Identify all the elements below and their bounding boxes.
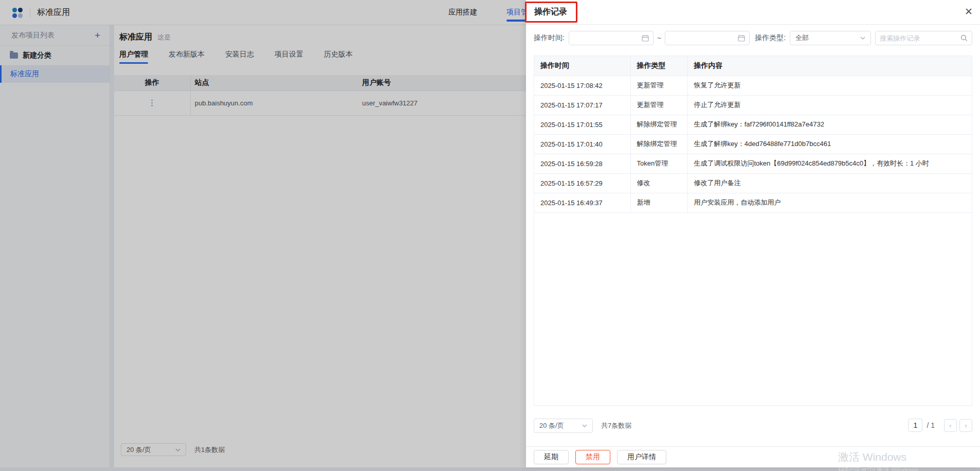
log-time: 2025-01-15 17:01:55 bbox=[534, 115, 630, 134]
type-select[interactable]: 全部 bbox=[790, 31, 871, 45]
next-page-button[interactable]: › bbox=[959, 419, 972, 432]
log-type: 更新管理 bbox=[630, 95, 687, 115]
log-type: 修改 bbox=[630, 173, 687, 193]
log-row: 2025-01-15 17:07:17 更新管理 停止了允许更新 bbox=[534, 95, 972, 115]
log-type: 解除绑定管理 bbox=[630, 134, 687, 154]
postpone-button[interactable]: 延期 bbox=[534, 450, 569, 464]
filter-bar: 操作时间: ~ 操作类型: 全部 bbox=[534, 31, 972, 45]
col-op-content: 操作内容 bbox=[687, 56, 972, 76]
start-date-input[interactable] bbox=[569, 31, 654, 45]
log-type: 更新管理 bbox=[630, 76, 687, 95]
log-content: 生成了调试权限访问token【69d99f024c854ed879b5c4c0】… bbox=[687, 154, 972, 173]
log-table: 操作时间 操作类型 操作内容 2025-01-15 17:08:42 更新管理 … bbox=[534, 56, 972, 213]
calendar-icon bbox=[642, 34, 649, 42]
end-date-input[interactable] bbox=[665, 31, 750, 45]
log-row: 2025-01-15 16:57:29 修改 修改了用户备注 bbox=[534, 173, 972, 193]
log-time: 2025-01-15 17:01:40 bbox=[534, 134, 630, 154]
log-row: 2025-01-15 16:59:28 Token管理 生成了调试权限访问tok… bbox=[534, 154, 972, 173]
type-select-value: 全部 bbox=[795, 33, 809, 43]
drawer-pagination: 20 条/页 共7条数据 1 / 1 ‹ › bbox=[534, 418, 972, 433]
log-header-row: 操作时间 操作类型 操作内容 bbox=[534, 56, 972, 76]
log-content: 修改了用户备注 bbox=[687, 173, 972, 193]
page-size-value: 20 条/页 bbox=[539, 421, 564, 430]
log-time: 2025-01-15 17:07:17 bbox=[534, 95, 630, 115]
log-content: 停止了允许更新 bbox=[687, 95, 972, 115]
log-row: 2025-01-15 17:08:42 更新管理 恢复了允许更新 bbox=[534, 76, 972, 95]
calendar-icon bbox=[738, 34, 745, 42]
user-detail-button[interactable]: 用户详情 bbox=[617, 450, 666, 464]
log-time: 2025-01-15 17:08:42 bbox=[534, 76, 630, 95]
total-count: 共7条数据 bbox=[601, 421, 631, 430]
log-time: 2025-01-15 16:59:28 bbox=[534, 154, 630, 173]
log-row: 2025-01-15 16:49:37 新增 用户安装应用，自动添加用户 bbox=[534, 193, 972, 212]
type-filter-label: 操作类型: bbox=[755, 33, 786, 43]
drawer-body: 操作时间: ~ 操作类型: 全部 bbox=[526, 31, 980, 452]
log-type: 新增 bbox=[630, 193, 687, 212]
log-time: 2025-01-15 16:49:37 bbox=[534, 193, 630, 212]
log-row: 2025-01-15 17:01:40 解除绑定管理 生成了解绑key：4ded… bbox=[534, 134, 972, 154]
pager: 1 / 1 ‹ › bbox=[908, 419, 972, 432]
log-content: 用户安装应用，自动添加用户 bbox=[687, 193, 972, 212]
search-field bbox=[875, 31, 972, 45]
close-icon[interactable]: ✕ bbox=[965, 7, 973, 16]
disable-button[interactable]: 禁用 bbox=[575, 450, 610, 464]
current-page[interactable]: 1 bbox=[908, 419, 922, 432]
log-table-container: 操作时间 操作类型 操作内容 2025-01-15 17:08:42 更新管理 … bbox=[534, 56, 972, 406]
log-type: 解除绑定管理 bbox=[630, 115, 687, 134]
log-time: 2025-01-15 16:57:29 bbox=[534, 173, 630, 193]
log-content: 生成了解绑key：faf7296f00141ff82a7e4732 bbox=[687, 115, 972, 134]
drawer-footer: 延期 禁用 用户详情 bbox=[526, 446, 980, 467]
prev-page-button[interactable]: ‹ bbox=[944, 419, 957, 432]
log-content: 恢复了允许更新 bbox=[687, 76, 972, 95]
chevron-down-icon bbox=[582, 424, 587, 427]
chevron-down-icon bbox=[860, 37, 865, 40]
log-type: Token管理 bbox=[630, 154, 687, 173]
operation-log-drawer: 操作记录 ✕ 操作时间: ~ 操作类型: 全部 bbox=[526, 0, 980, 467]
range-separator: ~ bbox=[657, 34, 661, 42]
drawer-header: 操作记录 ✕ bbox=[526, 0, 980, 25]
log-content: 生成了解绑key：4ded76488fe771d0b7bcc461 bbox=[687, 134, 972, 154]
drawer-title: 操作记录 bbox=[534, 7, 567, 17]
search-icon[interactable] bbox=[960, 34, 968, 42]
col-op-type: 操作类型 bbox=[630, 56, 687, 76]
page-size-select[interactable]: 20 条/页 bbox=[534, 419, 593, 433]
page-total: / 1 bbox=[927, 421, 935, 429]
log-row: 2025-01-15 17:01:55 解除绑定管理 生成了解绑key：faf7… bbox=[534, 115, 972, 134]
search-input[interactable] bbox=[880, 34, 957, 42]
col-op-time: 操作时间 bbox=[534, 56, 630, 76]
time-filter-label: 操作时间: bbox=[534, 33, 565, 43]
